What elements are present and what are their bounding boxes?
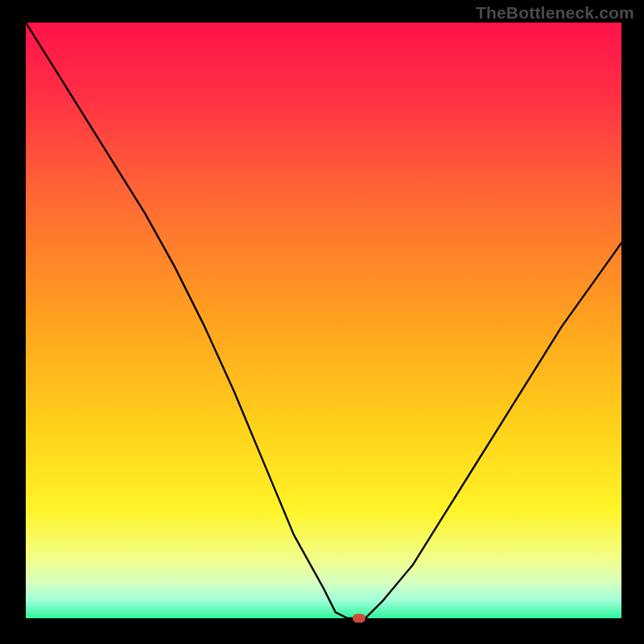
- chart-frame: TheBottleneck.com: [0, 0, 644, 644]
- gradient-background: [26, 23, 621, 618]
- chart-svg: [26, 23, 621, 618]
- operating-point-marker: [353, 614, 365, 623]
- plot-area: [26, 23, 621, 618]
- watermark-text: TheBottleneck.com: [476, 3, 634, 23]
